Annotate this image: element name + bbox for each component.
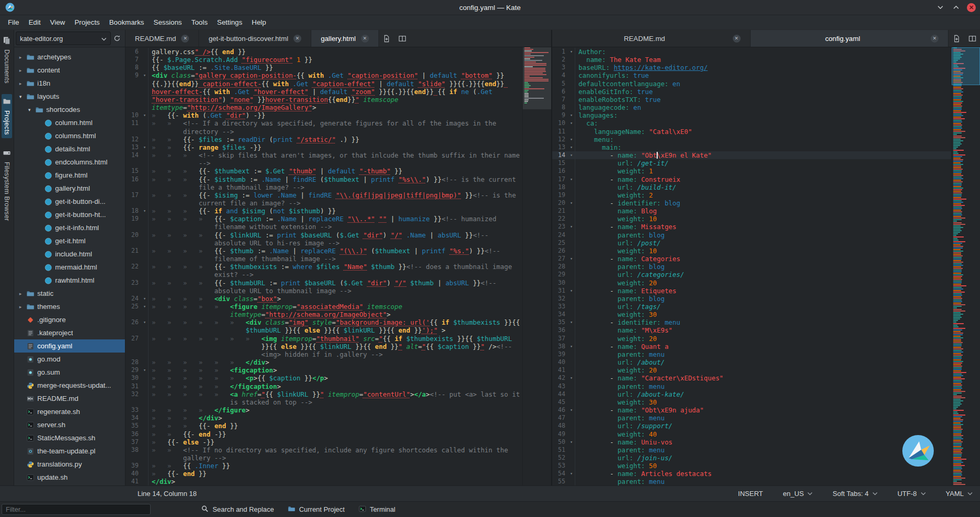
close-tab-icon[interactable]: ✕ [293,35,301,43]
code-line[interactable]: 33» » » » </figure> [125,406,522,414]
collapse-icon[interactable]: ▾ [17,94,24,99]
code-line[interactable]: 30 weight: 20 [552,279,951,287]
fold-arrow-icon[interactable]: ▾ [568,287,575,295]
tree-item-get-it-button-ht[interactable]: get-it-button-ht... [14,208,125,221]
collapse-icon[interactable]: ▾ [26,107,33,112]
line-number[interactable]: 18 [552,183,568,191]
line-number[interactable]: 29 [552,271,568,278]
line-number[interactable]: 46 [552,406,568,414]
code-line[interactable]: 10▾ ca: [552,119,951,127]
menu-tools[interactable]: Tools [186,16,212,28]
code-line[interactable]: 39» » {{ .Inner }} [125,462,522,470]
tree-item-readme-md[interactable]: README.md [14,392,125,405]
line-number[interactable]: 32 [552,295,568,303]
line-number[interactable]: 11 [125,119,141,135]
code-line[interactable]: 9▾languages: [552,111,951,119]
tree-item-get-it-button-di[interactable]: get-it-button-di... [14,195,125,208]
expand-icon[interactable]: ▸ [17,304,24,309]
code-line[interactable]: 54▾ - name: Articles destacats [552,470,951,478]
fold-arrow-icon[interactable]: ▾ [568,223,575,231]
fold-arrow-icon[interactable]: ▾ [141,111,149,119]
line-number[interactable]: 15 [125,167,141,175]
code-line[interactable]: 7enableRobotsTXT: true [552,96,951,104]
close-button[interactable]: ✕ [967,3,976,12]
line-number[interactable]: 10 [552,119,568,127]
line-number[interactable]: 9 [552,111,568,119]
code-line[interactable]: 36 name: "M\xE9s" [552,326,951,334]
tree-item-content[interactable]: ▸content [14,64,125,77]
code-line[interactable]: 7{{- $.Page.Scratch.Add "figurecount" 1 … [125,56,522,64]
line-number[interactable]: 8 [552,104,568,111]
line-number[interactable]: 17 [552,175,568,183]
code-line[interactable]: 18▾» » » {{- if and $isimg (not $isthumb… [125,207,522,215]
code-line[interactable]: 14▾ - name: "Obt\xE9n el Kate" [552,151,951,159]
fold-arrow-icon[interactable]: ▾ [568,318,575,326]
line-number[interactable]: 50 [552,438,568,446]
minimize-button[interactable] [935,3,945,12]
tree-item-rawhtml-html[interactable]: rawhtml.html [14,274,125,287]
code-line[interactable]: 19 weight: 2 [552,191,951,199]
tree-item-go-sum[interactable]: go.sum [14,366,125,379]
fold-arrow-icon[interactable]: ▾ [141,366,149,374]
line-number[interactable]: 28 [552,263,568,271]
menu-view[interactable]: View [45,16,70,28]
project-selector[interactable]: kate-editor.org [16,32,111,45]
tab-readme-md[interactable]: README.md✕ [552,30,751,47]
tool-button-terminal[interactable]: Terminal [359,505,396,514]
line-number[interactable]: 35 [125,422,141,430]
tree-item-themes[interactable]: ▸themes [14,300,125,313]
code-line[interactable]: 17» » » {{- $isimg := lower .Name | find… [125,191,522,207]
code-line[interactable]: 40» {{- end }} [125,470,522,478]
fold-arrow-icon[interactable]: ▾ [568,199,575,207]
fold-arrow-icon[interactable]: ▾ [568,406,575,414]
code-line[interactable]: 2 name: The Kate Team [552,56,951,64]
line-number[interactable]: 7 [125,56,141,64]
close-tab-icon[interactable]: ✕ [361,35,369,43]
dictionary-selector[interactable]: en_US [783,490,813,498]
expand-icon[interactable]: ▸ [17,291,24,296]
minimap-scrollbar-right[interactable] [951,47,980,485]
line-number[interactable]: 2 [552,56,568,64]
code-line[interactable]: 42▾ - name: "Caracter\xEDstiques" [552,374,951,382]
code-line[interactable]: 27▾ - name: Categories [552,255,951,263]
tree-item-layouts[interactable]: ▾layouts [14,90,125,103]
code-line[interactable]: 38▾ - name: Quant a [552,343,951,350]
close-tab-icon[interactable]: ✕ [733,35,741,43]
line-number[interactable]: 53 [552,462,568,470]
fold-arrow-icon[interactable]: ▾ [141,303,149,318]
tool-button-current-project[interactable]: Current Project [288,505,345,514]
line-number[interactable]: 7 [552,96,568,104]
line-number[interactable]: 13 [125,143,141,151]
line-number[interactable]: 23 [125,279,141,295]
code-line[interactable]: 38» » <!-- If no directory was specified… [125,446,522,462]
code-line[interactable]: 5defaultcontentlanguage: en [552,80,951,88]
tree-item-gitignore[interactable]: .gitignore [14,313,125,326]
code-line[interactable]: 31▾ - name: Etiquetes [552,287,951,295]
line-number[interactable]: 22 [125,263,141,278]
fold-arrow-icon[interactable]: ▾ [568,175,575,183]
line-number[interactable]: 38 [125,446,141,462]
editor-pane-left[interactable]: 6gallery.css" />{{ end }}7{{- $.Page.Scr… [125,47,551,485]
code-line[interactable]: 19» » » » {{- $caption := .Name | replac… [125,215,522,231]
line-number[interactable]: 26 [125,318,141,334]
split-view-icon[interactable] [395,30,410,47]
line-number[interactable]: 47 [552,414,568,422]
code-line[interactable]: 40 url: /about/ [552,358,951,366]
line-number[interactable]: 41 [552,366,568,374]
line-number[interactable]: 6 [125,48,141,56]
code-line[interactable]: 28» » » » » » </div> [125,358,522,366]
cursor-position[interactable]: Line 14, Column 18 [138,490,197,498]
fold-arrow-icon[interactable]: ▾ [141,207,149,215]
line-number[interactable]: 34 [552,311,568,318]
line-number[interactable]: 35 [552,318,568,326]
code-line[interactable]: 51 parent: menu [552,446,951,454]
code-line[interactable]: 21» » » » {{- $thumb := .Name | replaceR… [125,247,522,263]
sidebar-tab-documents[interactable]: Documents [2,33,12,87]
line-number[interactable]: 48 [552,422,568,430]
code-line[interactable]: 11 languageName: "Catal\xE0" [552,128,951,136]
code-line[interactable]: 20▾ - identifier: blog [552,199,951,207]
code-line[interactable]: 23▾ - name: Missatges [552,223,951,231]
line-number[interactable]: 20 [552,199,568,207]
tree-item-shortcodes[interactable]: ▾shortcodes [14,103,125,116]
line-number[interactable]: 10 [125,111,141,119]
